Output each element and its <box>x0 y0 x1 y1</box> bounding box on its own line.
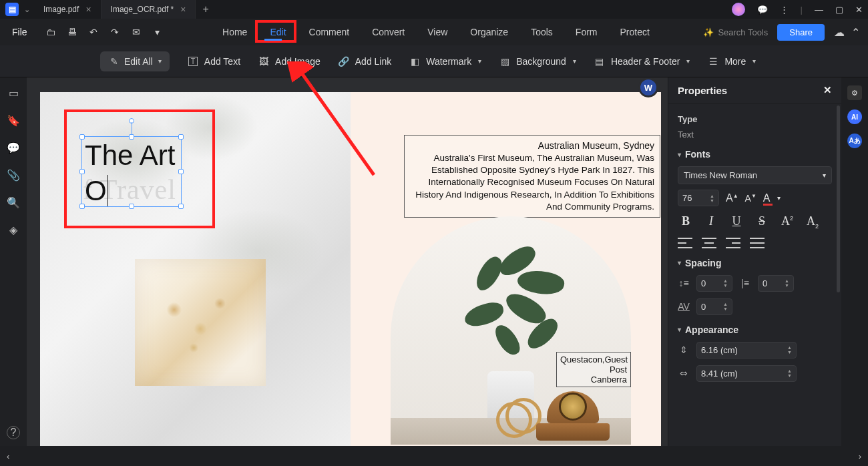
comment-panel-icon[interactable]: 💬 <box>7 142 20 154</box>
status-bar: ‹ › <box>0 446 868 466</box>
undo-icon[interactable]: ↶ <box>87 27 99 37</box>
properties-scrollbar[interactable] <box>837 105 840 292</box>
underline-button[interactable]: U <box>728 214 744 230</box>
font-size-input[interactable]: 76 ▲▼ <box>678 190 719 206</box>
chevron-down-icon: ▾ <box>478 57 481 65</box>
share-button[interactable]: Share <box>777 24 825 41</box>
menu-form[interactable]: Form <box>574 23 599 41</box>
menu-protect[interactable]: Protect <box>619 23 651 41</box>
search-icon[interactable]: 🔍 <box>7 196 20 209</box>
menu-tools[interactable]: Tools <box>529 23 554 41</box>
menu-organize[interactable]: Organize <box>469 23 509 41</box>
align-right-button[interactable] <box>726 238 740 248</box>
new-tab-button[interactable]: + <box>196 3 215 15</box>
align-center-button[interactable] <box>702 238 716 248</box>
close-icon[interactable]: × <box>85 4 91 15</box>
tab-image-pdf[interactable]: Image.pdf × <box>34 0 101 19</box>
next-page-button[interactable]: › <box>859 451 861 461</box>
background-button[interactable]: ▨ Background ▾ <box>499 55 576 67</box>
prev-page-button[interactable]: ‹ <box>7 451 9 461</box>
kebab-menu-icon[interactable]: ⋮ <box>780 5 789 15</box>
watermark-button[interactable]: ◧ Watermark ▾ <box>409 55 481 67</box>
maximize-button[interactable]: ▢ <box>835 5 843 15</box>
italic-button[interactable]: I <box>703 214 719 230</box>
appearance-section-header[interactable]: Appearance <box>678 324 832 335</box>
font-family-select[interactable]: Times New Roman ▾ <box>678 166 832 184</box>
document-canvas[interactable]: f Travel The Art O <box>27 77 668 446</box>
bold-button[interactable]: B <box>678 214 694 230</box>
mail-icon[interactable]: ✉ <box>130 27 142 37</box>
menu-view[interactable]: View <box>426 23 449 41</box>
print-icon[interactable]: 🖶 <box>66 27 78 37</box>
chevron-down-icon: ▾ <box>573 57 576 65</box>
settings-sliders-icon[interactable]: ⚙ <box>847 85 862 100</box>
decrease-font-icon[interactable]: A▼ <box>745 193 756 204</box>
close-window-button[interactable]: ✕ <box>855 5 863 15</box>
text-line-1[interactable]: The Art <box>85 140 175 171</box>
close-properties-icon[interactable]: ✕ <box>823 84 832 96</box>
canberra-text-box[interactable]: Questacon,Guest Post Canberra <box>556 352 631 387</box>
ai-assistant-icon[interactable]: AI <box>847 109 862 124</box>
recent-dropdown-icon[interactable]: ⌄ <box>24 5 30 14</box>
menu-home[interactable]: Home <box>221 23 248 41</box>
canberra-line2: Canberra <box>560 375 627 385</box>
font-size-value: 76 <box>682 193 692 203</box>
tab-image-ocr-pdf[interactable]: Image_OCR.pdf * × <box>101 0 196 19</box>
background-label: Background <box>516 56 566 67</box>
save-icon[interactable]: 🗀 <box>45 27 57 37</box>
close-icon[interactable]: × <box>180 4 186 15</box>
word-export-badge[interactable]: W <box>638 77 658 97</box>
spacing-section-header[interactable]: Spacing <box>678 258 832 268</box>
text-line-2[interactable]: O <box>85 175 107 206</box>
height-input[interactable]: 6.16 (cm)▲▼ <box>696 342 797 359</box>
subscript-button[interactable]: A2 <box>805 214 821 230</box>
line-spacing-input[interactable]: 0▲▼ <box>696 275 732 292</box>
increase-font-icon[interactable]: A▲ <box>726 192 738 204</box>
edit-all-button[interactable]: ✎ Edit All ▾ <box>100 51 170 71</box>
char-spacing-input[interactable]: 0▲▼ <box>696 298 732 315</box>
bookmark-icon[interactable]: 🔖 <box>7 114 20 127</box>
help-icon[interactable]: ? <box>7 426 20 439</box>
width-input[interactable]: 8.41 (cm)▲▼ <box>696 365 797 382</box>
font-family-value: Times New Roman <box>684 170 757 180</box>
text-icon: 🅃 <box>187 55 199 67</box>
align-left-button[interactable] <box>678 238 692 248</box>
chevron-down-icon: ▾ <box>752 57 756 65</box>
redo-icon[interactable]: ↷ <box>109 27 121 37</box>
minimize-button[interactable]: — <box>815 5 823 15</box>
ai-translate-icon[interactable]: Aあ <box>847 134 862 148</box>
text-selection-box[interactable]: The Art O <box>81 136 182 207</box>
add-image-button[interactable]: 🖼 Add Image <box>258 55 320 67</box>
thumbnail-icon[interactable]: ▭ <box>9 87 19 99</box>
paragraph-spacing-input[interactable]: 0▲▼ <box>758 275 794 292</box>
superscript-button[interactable]: A2 <box>779 214 795 230</box>
chevron-down-icon[interactable]: ▾ <box>777 194 781 202</box>
align-justify-button[interactable] <box>750 238 765 248</box>
quickbar-dropdown-icon[interactable]: ▾ <box>152 27 164 37</box>
type-value: Text <box>678 130 832 140</box>
museum-text-box[interactable]: Australian Museum, Sydney Australia's Fi… <box>404 135 660 218</box>
fonts-section-header[interactable]: Fonts <box>678 149 832 160</box>
cloud-sync-icon[interactable]: ☁ <box>834 26 845 39</box>
menu-comment[interactable]: Comment <box>308 23 351 41</box>
add-link-label: Add Link <box>355 56 391 67</box>
font-color-icon[interactable]: A <box>763 192 771 204</box>
chat-icon[interactable]: 💬 <box>757 5 768 15</box>
strikethrough-button[interactable]: S <box>754 214 770 230</box>
decorative-photo <box>135 259 266 386</box>
header-footer-label: Header & Footer <box>611 56 680 67</box>
layers-icon[interactable]: ◈ <box>9 224 17 236</box>
user-avatar[interactable] <box>732 3 745 16</box>
add-link-button[interactable]: 🔗 Add Link <box>338 55 391 67</box>
more-label: More <box>724 56 746 67</box>
file-menu[interactable]: File <box>4 23 35 41</box>
header-footer-button[interactable]: ▤ Header & Footer ▾ <box>594 55 690 67</box>
add-text-button[interactable]: 🅃 Add Text <box>187 55 240 67</box>
add-text-label: Add Text <box>204 56 240 67</box>
collapse-ribbon-icon[interactable]: ⌃ <box>851 26 860 39</box>
menu-convert[interactable]: Convert <box>371 23 406 41</box>
more-button[interactable]: ☰ More ▾ <box>707 55 756 67</box>
attachment-icon[interactable]: 📎 <box>7 169 20 182</box>
search-tools[interactable]: ✨ Search Tools <box>703 27 768 37</box>
watermark-icon: ◧ <box>409 55 421 67</box>
